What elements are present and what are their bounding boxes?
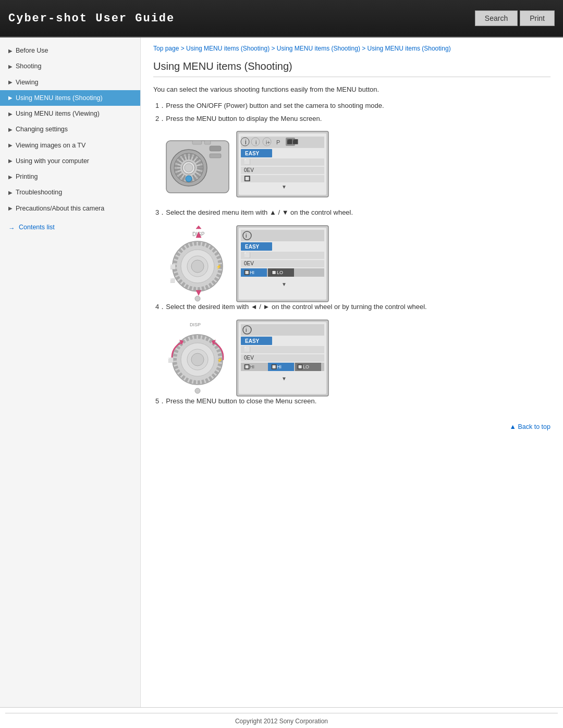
search-button[interactable]: Search [475, 10, 518, 26]
breadcrumb-separator: > [362, 45, 367, 52]
breadcrumb-link-2[interactable]: Using MENU items (Shooting) [277, 45, 360, 52]
sidebar-item-label: Viewing images on a TV [16, 141, 85, 150]
sidebar-item-precautions[interactable]: ▶ Precautions/About this camera [0, 201, 140, 216]
main-content: Top page > Using MENU items (Shooting) >… [141, 38, 563, 707]
svg-text:P: P [276, 139, 280, 145]
svg-rect-29 [241, 175, 324, 182]
menu-screen-1: i i i+ P ⬛⬛ EASY ⬜ 0EV [236, 130, 329, 198]
sidebar-item-using-menu-viewing[interactable]: ▶ Using MENU items (Viewing) [0, 106, 140, 121]
sidebar-item-changing-settings[interactable]: ▶ Changing settings [0, 121, 140, 137]
svg-text:⬜: ⬜ [244, 252, 251, 258]
sidebar-item-using-menu-shooting[interactable]: ▶ Using MENU items (Shooting) [0, 90, 140, 106]
sidebar-item-viewing[interactable]: ▶ Viewing [0, 75, 140, 90]
svg-point-39 [191, 260, 204, 273]
arrow-icon: ▶ [8, 189, 13, 196]
step-5: 5．Press the MENU button to close the Men… [153, 396, 550, 407]
svg-text:EASY: EASY [245, 151, 260, 156]
contents-list-link[interactable]: Contents list [0, 218, 140, 236]
page-number: 90 [5, 725, 558, 728]
step-1: 1．Press the ON/OFF (Power) button and se… [153, 101, 550, 112]
svg-rect-80 [241, 346, 324, 353]
svg-text:⚡: ⚡ [216, 264, 222, 270]
print-button[interactable]: Print [520, 10, 555, 26]
sidebar-item-label: Precautions/About this camera [16, 204, 104, 213]
sidebar-item-label: Viewing [16, 78, 39, 87]
svg-text:⬜: ⬜ [168, 357, 174, 363]
svg-point-72 [195, 388, 200, 393]
svg-rect-8 [210, 154, 221, 158]
step-list-4: 5．Press the MENU button to close the Men… [153, 396, 550, 407]
sidebar-item-label: Changing settings [16, 125, 68, 133]
svg-text:⬜: ⬜ [244, 346, 251, 353]
breadcrumb-separator: > [271, 45, 276, 52]
svg-text:0EV: 0EV [244, 167, 254, 173]
sidebar: ▶ Before Use ▶ Shooting ▶ Viewing ▶ Usin… [0, 38, 141, 707]
breadcrumb-separator: > [181, 45, 186, 52]
arrow-icon: ▶ [8, 94, 13, 101]
sidebar-item-label: Using MENU items (Shooting) [16, 94, 103, 102]
svg-text:⬜: ⬜ [244, 158, 251, 165]
sidebar-item-using-computer[interactable]: ▶ Using with your computer [0, 153, 140, 169]
svg-text:⬜: ⬜ [170, 264, 176, 270]
svg-text:i: i [246, 232, 247, 239]
footer: Copyright 2012 Sony Corporation 90 [0, 707, 563, 728]
svg-text:🔲HI: 🔲HI [244, 364, 254, 370]
arrow-right-icon [8, 225, 17, 230]
sidebar-item-shooting[interactable]: ▶ Shooting [0, 58, 140, 74]
svg-text:EASY: EASY [245, 338, 260, 344]
svg-marker-32 [196, 226, 201, 229]
arrow-icon: ▶ [8, 142, 13, 149]
sidebar-item-viewing-tv[interactable]: ▶ Viewing images on a TV [0, 138, 140, 153]
svg-text:⚡: ⚡ [217, 357, 223, 363]
svg-rect-75 [241, 324, 324, 336]
header-buttons: Search Print [475, 10, 555, 26]
header: Cyber-shot User Guide Search Print [0, 0, 563, 38]
svg-text:🔲LO: 🔲LO [271, 269, 283, 276]
svg-text:i: i [245, 139, 247, 146]
sidebar-item-label: Using MENU items (Viewing) [16, 109, 100, 118]
footer-separator [5, 713, 558, 713]
svg-rect-47 [241, 230, 324, 241]
sidebar-item-before-use[interactable]: ▶ Before Use [0, 43, 140, 58]
breadcrumb-link-top[interactable]: Top page [153, 45, 179, 52]
arrow-icon: ▶ [8, 126, 13, 133]
breadcrumb-link-1[interactable]: Using MENU items (Shooting) [186, 45, 270, 52]
arrow-icon: ▶ [8, 63, 13, 70]
svg-text:i: i [255, 139, 256, 145]
svg-point-5 [185, 164, 193, 172]
svg-rect-10 [204, 141, 211, 144]
menu-screen-3: i EASY ⬜ 0EV 🔲HI 🔲HI 🔲LO [236, 319, 329, 387]
svg-point-67 [191, 353, 204, 366]
svg-marker-43 [196, 290, 201, 295]
sidebar-item-label: Printing [16, 172, 38, 181]
sidebar-item-label: Using with your computer [16, 157, 89, 165]
step-list-3: 4．Select the desired item with ◄ / ► on … [153, 302, 550, 313]
svg-point-44 [195, 296, 200, 301]
step-2: 2．Press the MENU button to display the M… [153, 114, 550, 125]
svg-text:EASY: EASY [245, 244, 260, 250]
sidebar-item-label: Troubleshooting [16, 188, 62, 196]
svg-point-6 [186, 176, 192, 182]
camera-wheel-3: DISP [164, 319, 231, 387]
breadcrumb: Top page > Using MENU items (Shooting) >… [153, 44, 550, 53]
sidebar-item-troubleshooting[interactable]: ▶ Troubleshooting [0, 184, 140, 200]
sidebar-item-printing[interactable]: ▶ Printing [0, 169, 140, 184]
sidebar-item-label: Before Use [16, 46, 48, 55]
arrow-icon: ▶ [8, 79, 13, 85]
svg-text:⬜: ⬜ [170, 278, 175, 283]
camera-wheel-1 [164, 130, 231, 198]
camera-wheel-2: DISP ⬜ ⚡ ⬜ [164, 225, 231, 292]
sidebar-item-label: Shooting [16, 62, 41, 70]
svg-text:▼: ▼ [282, 376, 287, 381]
illustration-2: DISP ⬜ ⚡ ⬜ [164, 225, 550, 292]
svg-text:i+: i+ [266, 140, 270, 145]
back-to-top-link[interactable]: ▲ Back to top [510, 423, 550, 430]
menu-screen-2: i EASY ⬜ 0EV 🔲HI 🔲LO ▼ [236, 225, 329, 292]
svg-text:🔲HI: 🔲HI [271, 364, 282, 370]
arrow-icon: ▶ [8, 174, 13, 180]
svg-text:⬛⬛: ⬛⬛ [287, 139, 299, 145]
step-3: 3．Select the desired menu item with ▲ / … [153, 207, 550, 218]
illustration-3: DISP [164, 319, 550, 387]
arrow-icon: ▶ [8, 157, 13, 164]
site-title: Cyber-shot User Guide [8, 12, 175, 25]
